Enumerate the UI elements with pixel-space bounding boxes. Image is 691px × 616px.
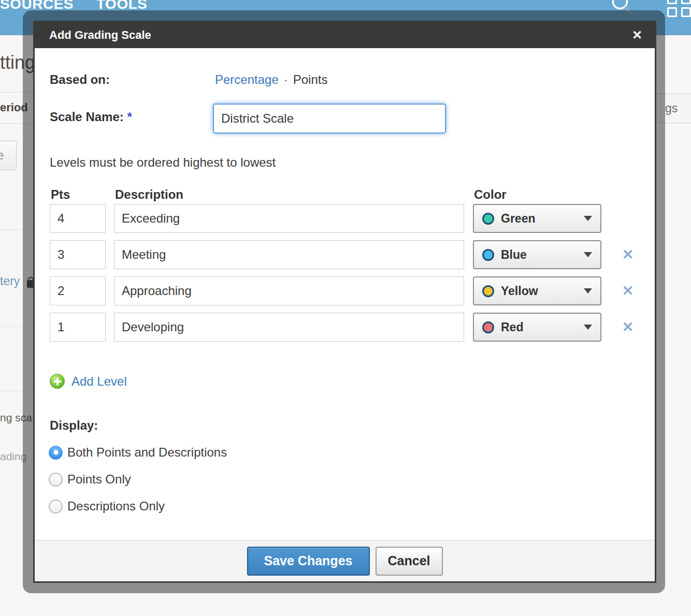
close-icon[interactable]: ✕ xyxy=(632,28,642,42)
remove-level-icon[interactable]: ✕ xyxy=(619,276,637,305)
description-input[interactable] xyxy=(114,313,464,342)
color-dropdown-value: Blue xyxy=(501,248,527,262)
save-changes-button[interactable]: Save Changes xyxy=(247,547,370,576)
level-row: Yellow ✕ xyxy=(35,276,655,305)
color-column-header: Color xyxy=(474,187,507,202)
radio-option-label: Points Only xyxy=(67,472,131,487)
radio-icon[interactable] xyxy=(49,473,63,487)
app-grid-square xyxy=(681,7,691,17)
points-input[interactable] xyxy=(50,276,106,305)
levels-order-note: Levels must be ordered highest to lowest xyxy=(50,155,276,170)
color-swatch-dot xyxy=(482,249,494,261)
level-row: Green xyxy=(35,204,655,233)
points-input[interactable] xyxy=(50,240,106,269)
color-dropdown[interactable]: Green xyxy=(473,204,601,233)
page-link-fragment[interactable]: tery xyxy=(0,274,20,288)
dialog-footer: Save Changes Cancel xyxy=(35,540,655,581)
dialog-title: Add Grading Scale xyxy=(49,28,151,42)
radio-option-label: Both Points and Descriptions xyxy=(67,445,227,460)
level-row: Blue ✕ xyxy=(35,240,655,269)
based-on-label: Based on: xyxy=(50,72,110,87)
separator-dot: · xyxy=(284,72,288,87)
points-input[interactable] xyxy=(50,313,106,342)
app-grid-square xyxy=(667,7,677,17)
description-input[interactable] xyxy=(114,240,464,269)
color-dropdown[interactable]: Blue xyxy=(473,240,601,269)
color-swatch-dot xyxy=(482,213,494,225)
radio-option-descriptions-only[interactable]: Descriptions Only xyxy=(49,499,165,514)
page-button-fragment[interactable]: e xyxy=(0,141,17,170)
cancel-button[interactable]: Cancel xyxy=(376,547,443,576)
add-level-label: Add Level xyxy=(71,374,127,389)
based-on-percentage-link[interactable]: Percentage xyxy=(215,72,279,87)
dialog-titlebar: Add Grading Scale ✕ xyxy=(35,22,655,48)
level-row: Red ✕ xyxy=(35,313,655,342)
app-grid-square xyxy=(667,0,677,4)
remove-level-icon[interactable]: ✕ xyxy=(619,240,637,269)
points-input[interactable] xyxy=(50,204,106,233)
color-swatch-dot xyxy=(482,285,494,297)
pts-column-header: Pts xyxy=(51,187,70,202)
app-grid-square xyxy=(681,0,691,4)
dialog-body: Based on: Percentage · Points Scale Name… xyxy=(35,48,655,581)
color-swatch-dot xyxy=(482,321,494,333)
settings-tab-label: gs xyxy=(665,101,678,115)
based-on-options: Percentage · Points xyxy=(215,72,327,87)
radio-option-label: Descriptions Only xyxy=(67,499,165,514)
scale-name-label-text: Scale Name: xyxy=(50,110,124,124)
remove-level-icon[interactable]: ✕ xyxy=(619,313,637,342)
description-input[interactable] xyxy=(114,276,464,305)
color-dropdown-value: Green xyxy=(501,212,535,226)
add-level-button[interactable]: Add Level xyxy=(50,374,127,389)
based-on-points-current: Points xyxy=(293,72,328,87)
description-input[interactable] xyxy=(114,204,464,233)
add-plus-icon xyxy=(50,374,65,389)
color-dropdown[interactable]: Yellow xyxy=(473,276,601,305)
add-grading-scale-dialog: Add Grading Scale ✕ Based on: Percentage… xyxy=(33,21,656,583)
chevron-down-icon xyxy=(584,216,592,221)
scale-name-label: Scale Name: * xyxy=(50,110,132,124)
chevron-down-icon xyxy=(584,252,592,257)
radio-option-points-only[interactable]: Points Only xyxy=(49,472,131,487)
radio-icon[interactable] xyxy=(49,446,63,460)
required-asterisk: * xyxy=(127,110,132,124)
radio-option-both[interactable]: Both Points and Descriptions xyxy=(49,445,227,460)
color-dropdown-value: Yellow xyxy=(501,284,538,298)
chevron-down-icon xyxy=(584,325,592,330)
radio-icon[interactable] xyxy=(49,500,63,514)
description-column-header: Description xyxy=(115,187,183,202)
chevron-down-icon xyxy=(584,288,592,294)
color-dropdown-value: Red xyxy=(501,320,523,334)
scale-name-input[interactable] xyxy=(213,104,446,134)
display-label: Display: xyxy=(50,418,98,433)
screen: SOURCES TOOLS tting eriod e tery ng sca … xyxy=(0,0,691,616)
color-dropdown[interactable]: Red xyxy=(473,313,601,342)
